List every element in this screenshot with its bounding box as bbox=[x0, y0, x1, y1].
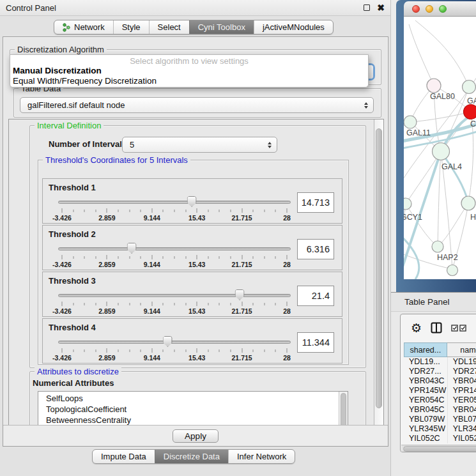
table-cell[interactable]: YBL079W bbox=[404, 415, 447, 424]
gear-icon[interactable]: ⚙ bbox=[411, 322, 422, 334]
table-cell[interactable]: YLR345W bbox=[447, 424, 476, 434]
table-row[interactable]: YBL079WYBL079W bbox=[404, 415, 476, 424]
table-cell[interactable]: YBR045C bbox=[404, 405, 447, 415]
node-h[interactable] bbox=[461, 196, 475, 210]
interval-definition-group: Interval Definition Number of Intervals … bbox=[29, 125, 366, 368]
combo-stepper-icon bbox=[265, 142, 277, 148]
node-hap2[interactable] bbox=[432, 241, 443, 252]
tab-cyni-toolbox[interactable]: Cyni Toolbox bbox=[189, 20, 254, 34]
table-cell[interactable]: YIL052C bbox=[447, 434, 476, 443]
table-cell[interactable]: YIL052C bbox=[404, 434, 447, 443]
tick-label: 15.43 bbox=[188, 214, 205, 222]
table-data-combobox[interactable]: galFiltered.sif default node bbox=[20, 97, 374, 113]
tick-label: -3.426 bbox=[52, 214, 72, 222]
zoom-traffic-light-icon[interactable] bbox=[439, 5, 447, 13]
table-row[interactable]: YBR045CYBR045C bbox=[404, 405, 476, 415]
table-horizontal-scrollbar[interactable] bbox=[401, 445, 476, 452]
dropdown-option-equal-width[interactable]: Equal Width/Frequency Discretization bbox=[10, 76, 368, 86]
control-panel-tabbar: Network Style Select Cyni Toolbox jActiv… bbox=[54, 20, 334, 35]
node-gal4[interactable] bbox=[433, 143, 450, 160]
tab-jactivemnodules[interactable]: jActiveMNodules bbox=[254, 20, 333, 34]
split-view-icon[interactable] bbox=[431, 322, 442, 334]
column-header-shared-name[interactable]: shared... bbox=[404, 342, 447, 357]
threshold-4-slider[interactable]: -3.4262.8599.14415.4321.71528 bbox=[58, 339, 291, 362]
table-row[interactable]: YER054CYER054C bbox=[404, 395, 476, 405]
dropdown-placeholder: Select algorithm to view settings bbox=[10, 55, 368, 66]
list-scrollbar[interactable] bbox=[339, 392, 348, 426]
attribute-list-item[interactable]: SelfLoops bbox=[38, 393, 339, 404]
tick-label: 9.144 bbox=[144, 261, 160, 268]
node-label-ga: GA bbox=[467, 96, 476, 105]
attribute-list-item[interactable]: TopologicalCoefficient bbox=[38, 404, 339, 415]
number-of-intervals-value: 5 bbox=[123, 140, 265, 150]
node-gal11[interactable] bbox=[404, 116, 417, 128]
table-cell[interactable]: YBL079W bbox=[447, 415, 476, 424]
threshold-3-slider[interactable]: -3.4262.8599.14415.4321.71528 bbox=[58, 292, 291, 315]
network-canvas[interactable]: GAL80 GA C GAL11 GAL4 GCY1 H HAP2 bbox=[404, 17, 476, 279]
table-cell[interactable]: YPR145W bbox=[404, 386, 447, 395]
tab-cyni-label: Cyni Toolbox bbox=[198, 22, 245, 32]
slider-thumb[interactable] bbox=[127, 243, 137, 254]
close-traffic-light-icon[interactable] bbox=[412, 5, 420, 13]
table-cell[interactable]: YDL19... bbox=[404, 357, 447, 367]
apply-button[interactable]: Apply bbox=[173, 429, 219, 443]
tab-infer-network[interactable]: Infer Network bbox=[228, 450, 295, 463]
tab-discretize-data[interactable]: Discretize Data bbox=[155, 450, 228, 463]
table-cell[interactable]: YDR27... bbox=[447, 367, 476, 376]
table-row[interactable]: YBR043CYBR043C bbox=[404, 376, 476, 386]
attribute-list-item[interactable]: BetweennessCentrality bbox=[38, 415, 339, 426]
list-scrollbar-thumb[interactable] bbox=[341, 393, 346, 426]
node-gal80[interactable] bbox=[427, 79, 441, 93]
threshold-1-slider[interactable]: -3.4262.8599.14415.4321.71528 bbox=[58, 199, 291, 222]
table-row[interactable]: YIL052CYIL052C bbox=[404, 434, 476, 443]
slider-thumb[interactable] bbox=[235, 289, 245, 300]
node-top-right[interactable] bbox=[463, 81, 476, 94]
table-cell[interactable]: YER054C bbox=[447, 395, 476, 405]
minimize-traffic-light-icon[interactable] bbox=[426, 5, 433, 13]
table-cell[interactable]: YBR045C bbox=[447, 405, 476, 415]
threshold-2-value-field[interactable]: 6.316 bbox=[297, 239, 334, 259]
threshold-1-value-field[interactable]: 14.713 bbox=[297, 192, 334, 213]
close-icon[interactable]: ✖ bbox=[377, 4, 385, 11]
tick-label: 28 bbox=[283, 214, 291, 222]
checked-checkbox-icon[interactable] bbox=[451, 325, 458, 332]
node-gcy1[interactable] bbox=[404, 198, 411, 210]
settings-scrollbar[interactable] bbox=[374, 119, 383, 425]
number-of-intervals-combobox[interactable]: 5 bbox=[122, 137, 277, 153]
table-cell[interactable]: YDR27... bbox=[404, 367, 447, 376]
hscrollbar-thumb[interactable] bbox=[403, 446, 476, 452]
tick-label: 9.144 bbox=[144, 307, 160, 315]
table-row[interactable]: YDL19...YDL19... bbox=[404, 357, 476, 367]
tab-style-label: Style bbox=[122, 22, 141, 32]
tab-style[interactable]: Style bbox=[113, 20, 149, 34]
float-window-icon[interactable] bbox=[364, 4, 370, 11]
slider-thumb[interactable] bbox=[163, 336, 173, 347]
threshold-4-value-field[interactable]: 11.344 bbox=[297, 332, 334, 353]
threshold-2-slider[interactable]: -3.4262.8599.14415.4321.71528 bbox=[58, 245, 291, 268]
node-bottom[interactable] bbox=[447, 265, 458, 276]
node-selected-red[interactable] bbox=[464, 105, 476, 119]
table-panel-header: Table Panel bbox=[391, 292, 476, 312]
table-cell[interactable]: YER054C bbox=[404, 395, 447, 405]
table-row[interactable]: YPR145WYPR145W bbox=[404, 386, 476, 395]
tab-network[interactable]: Network bbox=[54, 20, 113, 34]
table-row[interactable]: YLR345WYLR345W bbox=[404, 424, 476, 434]
numerical-attributes-list[interactable]: SelfLoopsTopologicalCoefficientBetweenne… bbox=[38, 391, 348, 426]
panel-title: Control Panel bbox=[6, 3, 56, 13]
tab-impute-data[interactable]: Impute Data bbox=[93, 450, 155, 463]
table-cell[interactable]: YDL19... bbox=[447, 357, 476, 367]
table-cell[interactable]: YBR043C bbox=[447, 376, 476, 386]
table-cell[interactable]: YBR043C bbox=[404, 376, 447, 386]
table-cell[interactable]: YPR145W bbox=[447, 386, 476, 395]
checked-checkbox-icon[interactable] bbox=[459, 325, 466, 332]
tab-select[interactable]: Select bbox=[149, 20, 189, 34]
control-panel: Control Panel ✖ Network Style Select Cyn… bbox=[0, 0, 391, 476]
slider-thumb[interactable] bbox=[187, 196, 197, 207]
column-header-name[interactable]: name bbox=[447, 342, 476, 357]
table-row[interactable]: YDR27...YDR27... bbox=[404, 367, 476, 376]
threshold-3-value-field[interactable]: 21.4 bbox=[297, 286, 334, 306]
table-cell[interactable]: YLR345W bbox=[404, 424, 447, 434]
settings-scrollbar-thumb[interactable] bbox=[376, 128, 382, 408]
dropdown-option-manual[interactable]: Manual Discretization bbox=[10, 66, 368, 76]
cyni-bottom-tabbar: Impute Data Discretize Data Infer Networ… bbox=[92, 449, 295, 464]
